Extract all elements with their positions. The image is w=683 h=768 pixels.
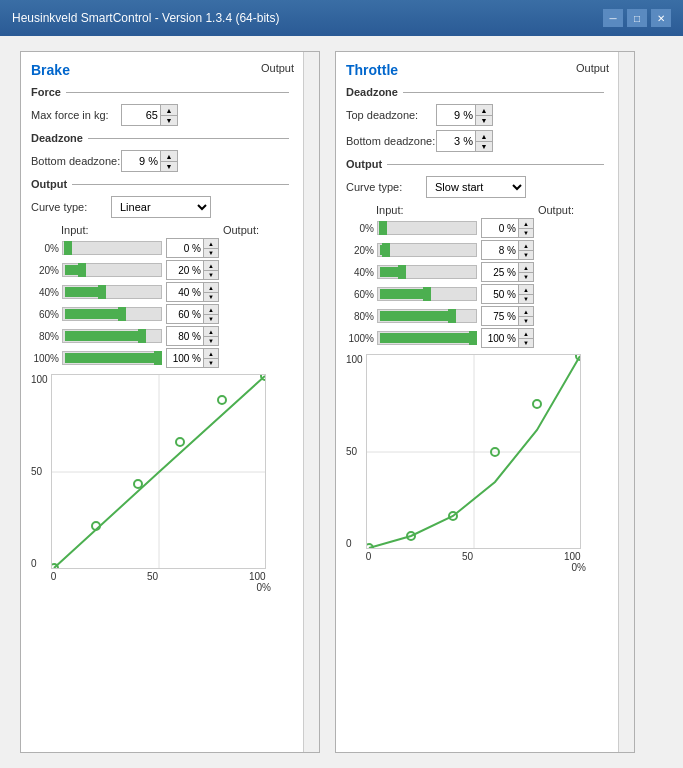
maximize-button[interactable]: □ <box>627 9 647 27</box>
throttle-title: Throttle <box>346 62 604 78</box>
throttle-track-3[interactable] <box>377 287 477 301</box>
throttle-bottom-dz-down[interactable]: ▼ <box>476 141 492 151</box>
throttle-track-0[interactable] <box>377 221 477 235</box>
brake-output-input-1[interactable] <box>167 261 203 279</box>
brake-output-up-3[interactable]: ▲ <box>204 305 218 314</box>
throttle-output-down-4[interactable]: ▼ <box>519 316 533 325</box>
brake-output-down-1[interactable]: ▼ <box>204 270 218 279</box>
throttle-output-input-0[interactable] <box>482 219 518 237</box>
throttle-bottom-dz-up[interactable]: ▲ <box>476 131 492 141</box>
throttle-output-up-5[interactable]: ▲ <box>519 329 533 338</box>
brake-input-header: Input: <box>61 224 89 236</box>
brake-track-4[interactable] <box>62 329 162 343</box>
brake-output-down-4[interactable]: ▼ <box>204 336 218 345</box>
throttle-chart-x-0: 0 <box>366 551 372 562</box>
throttle-curve-type-select[interactable]: Linear Slow start Fast start Custom <box>426 176 526 198</box>
brake-chart: 100 50 0 <box>31 374 289 593</box>
throttle-output-input-3[interactable] <box>482 285 518 303</box>
throttle-bottom-deadzone-label: Bottom deadzone: <box>346 135 436 147</box>
throttle-output-down-5[interactable]: ▼ <box>519 338 533 347</box>
throttle-output-down-3[interactable]: ▼ <box>519 294 533 303</box>
throttle-track-4[interactable] <box>377 309 477 323</box>
throttle-chart-svg <box>366 354 581 549</box>
brake-output-up-2[interactable]: ▲ <box>204 283 218 292</box>
brake-output-down-2[interactable]: ▼ <box>204 292 218 301</box>
throttle-output-up-4[interactable]: ▲ <box>519 307 533 316</box>
brake-track-3[interactable] <box>62 307 162 321</box>
throttle-curve-type-label: Curve type: <box>346 181 426 193</box>
throttle-output-up-2[interactable]: ▲ <box>519 263 533 272</box>
throttle-scrollbar[interactable] <box>618 52 634 752</box>
brake-output-input-3[interactable] <box>167 305 203 323</box>
throttle-top-dz-up[interactable]: ▲ <box>476 105 492 115</box>
brake-output-down-0[interactable]: ▼ <box>204 248 218 257</box>
brake-curve-type-select[interactable]: Linear Slow start Fast start Custom <box>111 196 211 218</box>
throttle-output-down-0[interactable]: ▼ <box>519 228 533 237</box>
brake-output-up-4[interactable]: ▲ <box>204 327 218 336</box>
throttle-track-5[interactable] <box>377 331 477 345</box>
brake-output-up-0[interactable]: ▲ <box>204 239 218 248</box>
brake-slider-3: 60% ▲ ▼ <box>31 304 289 324</box>
throttle-bottom-deadzone-spinbox: ▲ ▼ <box>436 130 493 152</box>
throttle-output-up-0[interactable]: ▲ <box>519 219 533 228</box>
brake-output-spinbox-0: ▲ ▼ <box>166 238 219 258</box>
throttle-output-up-3[interactable]: ▲ <box>519 285 533 294</box>
brake-max-force-input[interactable] <box>122 105 160 125</box>
throttle-top-dz-down[interactable]: ▼ <box>476 115 492 125</box>
throttle-output-spinbox-5: ▲ ▼ <box>481 328 534 348</box>
brake-output-input-4[interactable] <box>167 327 203 345</box>
throttle-slider-3: 60% ▲ ▼ <box>346 284 604 304</box>
throttle-output-input-4[interactable] <box>482 307 518 325</box>
throttle-bottom-deadzone-input[interactable] <box>437 131 475 151</box>
throttle-chart: 100 50 0 <box>346 354 604 573</box>
throttle-output-down-1[interactable]: ▼ <box>519 250 533 259</box>
brake-pct-label-4: 80% <box>31 331 59 342</box>
throttle-pct-label-1: 20% <box>346 245 374 256</box>
brake-pct-label-5: 100% <box>31 353 59 364</box>
brake-output-input-0[interactable] <box>167 239 203 257</box>
brake-track-1[interactable] <box>62 263 162 277</box>
brake-output-down-3[interactable]: ▼ <box>204 314 218 323</box>
brake-panel-content: Brake Output Force Max force in kg: ▲ ▼ … <box>31 62 309 593</box>
throttle-top-deadzone-label: Top deadzone: <box>346 109 436 121</box>
throttle-slider-0: 0% ▲ ▼ <box>346 218 604 238</box>
throttle-track-2[interactable] <box>377 265 477 279</box>
brake-output-input-2[interactable] <box>167 283 203 301</box>
throttle-output-input-1[interactable] <box>482 241 518 259</box>
brake-curve-type-row: Curve type: Linear Slow start Fast start… <box>31 196 289 218</box>
throttle-output-input-5[interactable] <box>482 329 518 347</box>
brake-chart-y-0: 0 <box>31 558 48 569</box>
throttle-track-1[interactable] <box>377 243 477 257</box>
minimize-button[interactable]: ─ <box>603 9 623 27</box>
throttle-top-deadzone-input[interactable] <box>437 105 475 125</box>
brake-output-input-5[interactable] <box>167 349 203 367</box>
brake-max-force-down[interactable]: ▼ <box>161 115 177 125</box>
brake-output-up-1[interactable]: ▲ <box>204 261 218 270</box>
throttle-chart-x-100: 100 <box>564 551 581 562</box>
throttle-top-deadzone-row: Top deadzone: ▲ ▼ <box>346 104 604 126</box>
brake-scrollbar[interactable] <box>303 52 319 752</box>
main-area: Brake Output Force Max force in kg: ▲ ▼ … <box>0 36 683 768</box>
brake-track-5[interactable] <box>62 351 162 365</box>
brake-force-row: Max force in kg: ▲ ▼ <box>31 104 289 126</box>
throttle-chart-y-0: 0 <box>346 538 363 549</box>
throttle-output-up-1[interactable]: ▲ <box>519 241 533 250</box>
brake-track-2[interactable] <box>62 285 162 299</box>
throttle-output-input-2[interactable] <box>482 263 518 281</box>
brake-chart-x-0: 0 <box>51 571 57 582</box>
brake-bottom-deadzone-down[interactable]: ▼ <box>161 161 177 171</box>
brake-bottom-deadzone-input[interactable] <box>122 151 160 171</box>
brake-bottom-deadzone-up[interactable]: ▲ <box>161 151 177 161</box>
throttle-output-down-2[interactable]: ▼ <box>519 272 533 281</box>
brake-track-0[interactable] <box>62 241 162 255</box>
throttle-output-spinbox-3: ▲ ▼ <box>481 284 534 304</box>
brake-max-force-up[interactable]: ▲ <box>161 105 177 115</box>
brake-panel: Brake Output Force Max force in kg: ▲ ▼ … <box>20 51 320 753</box>
throttle-slider-4: 80% ▲ ▼ <box>346 306 604 326</box>
brake-slider-4: 80% ▲ ▼ <box>31 326 289 346</box>
close-button[interactable]: ✕ <box>651 9 671 27</box>
brake-output-down-5[interactable]: ▼ <box>204 358 218 367</box>
throttle-output-spinbox-2: ▲ ▼ <box>481 262 534 282</box>
brake-pct-label-0: 0% <box>31 243 59 254</box>
brake-output-up-5[interactable]: ▲ <box>204 349 218 358</box>
